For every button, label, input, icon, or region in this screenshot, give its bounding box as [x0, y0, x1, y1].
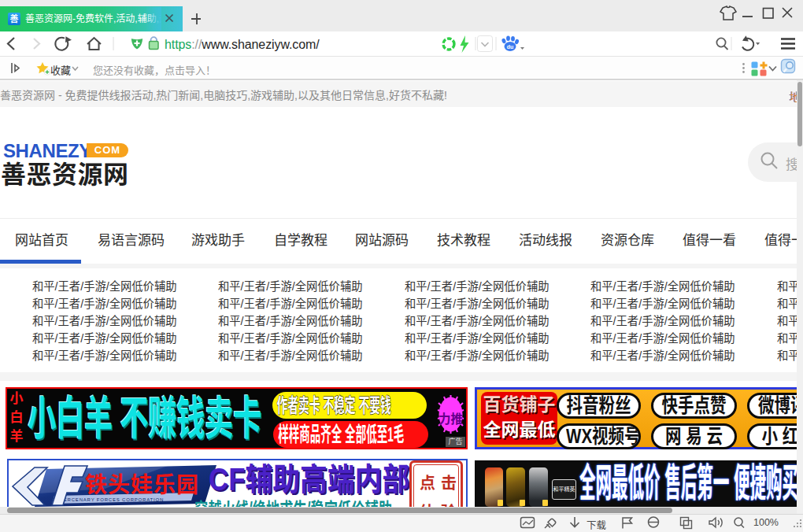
svg-text:du: du	[507, 44, 514, 50]
svg-text:力推: 力推	[439, 409, 463, 427]
